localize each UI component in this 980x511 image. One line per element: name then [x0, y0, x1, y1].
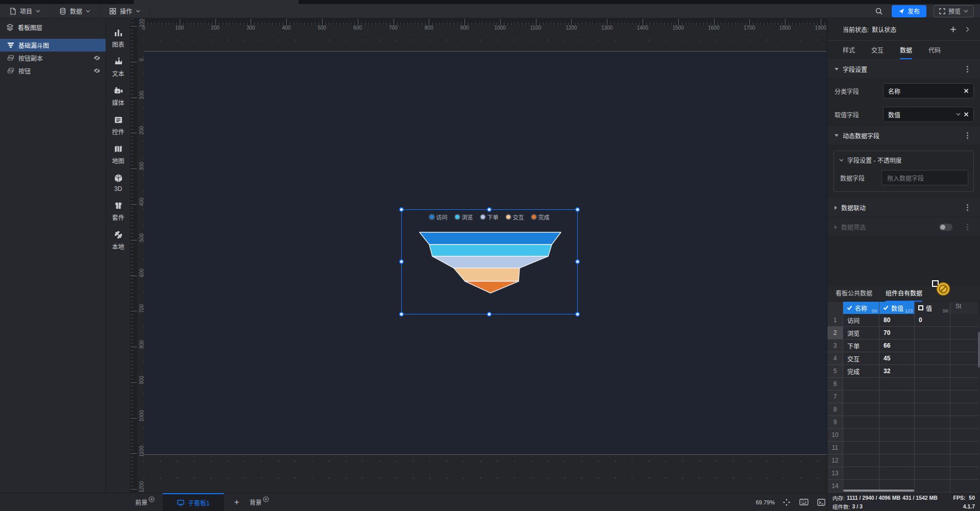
cell-name[interactable]: 完成: [843, 365, 879, 378]
cell-blank[interactable]: [950, 314, 978, 327]
section-data-filter[interactable]: 数据筛选: [827, 217, 980, 237]
fit-view-button[interactable]: [781, 497, 792, 508]
cell-name[interactable]: 下单: [843, 339, 879, 352]
table-row[interactable]: 10: [827, 429, 980, 442]
cell-value[interactable]: [879, 429, 915, 442]
tab-component-data[interactable]: 组件自有数据: [886, 288, 922, 302]
data-field-dropzone[interactable]: 拖入数据字段: [881, 170, 968, 185]
column-header-extra[interactable]: 值 Str: [915, 302, 950, 314]
add-circle-icon[interactable]: [149, 496, 155, 502]
tab-style[interactable]: 样式: [843, 41, 855, 59]
zoom-percent[interactable]: 69.79%: [756, 499, 775, 505]
table-row[interactable]: 7: [827, 391, 980, 403]
preview-button[interactable]: 预览: [934, 5, 974, 17]
cell-value[interactable]: 70: [879, 327, 915, 339]
value-field-input[interactable]: 数值: [883, 107, 974, 122]
tab-public-data[interactable]: 看板公共数据: [836, 288, 872, 302]
toolbox-item-charts[interactable]: 图表: [106, 23, 130, 53]
toolbox-item-local[interactable]: 本地: [106, 226, 130, 255]
toolbox-item-controls[interactable]: 控件: [106, 111, 130, 140]
cell-blank[interactable]: [950, 416, 978, 429]
category-field-input[interactable]: 名称: [883, 83, 974, 99]
cell-blank[interactable]: [950, 352, 978, 365]
tab-code[interactable]: 代码: [928, 41, 941, 59]
cell-value[interactable]: 66: [879, 339, 915, 352]
visibility-off-button[interactable]: [93, 55, 101, 61]
search-button[interactable]: [873, 6, 885, 17]
cell-value[interactable]: [879, 442, 915, 454]
publish-button[interactable]: 发布: [892, 5, 926, 17]
menu-project[interactable]: 项目: [0, 4, 50, 18]
expand-states-button[interactable]: [962, 24, 973, 35]
cell-blank[interactable]: [950, 403, 978, 416]
resize-handle-mid-right[interactable]: [575, 259, 580, 264]
table-row[interactable]: 4 交互 45: [827, 352, 980, 365]
data-filter-toggle[interactable]: [939, 224, 952, 231]
resize-handle-bottom-right[interactable]: [575, 312, 580, 317]
cell-extra[interactable]: [915, 403, 950, 416]
cell-extra[interactable]: [915, 429, 950, 442]
section-data-linkage[interactable]: 数据联动: [827, 198, 980, 217]
cell-name[interactable]: 交互: [843, 352, 879, 365]
table-row[interactable]: 2 浏览 70: [827, 327, 980, 339]
section-field-settings[interactable]: 字段设置: [827, 60, 980, 79]
cell-extra[interactable]: [915, 416, 950, 429]
cell-value[interactable]: [879, 391, 915, 403]
resize-handle-mid-left[interactable]: [399, 259, 404, 264]
table-vertical-scrollbar[interactable]: [978, 332, 980, 368]
table-horizontal-scrollbar[interactable]: [843, 490, 914, 492]
section-dynamic-fields[interactable]: 动态数据字段: [827, 126, 980, 145]
column-header-partial[interactable]: St: [950, 302, 978, 314]
checkbox-icon[interactable]: [918, 305, 923, 310]
cell-blank[interactable]: [950, 429, 978, 442]
visibility-off-button[interactable]: [93, 68, 101, 74]
console-button[interactable]: [816, 497, 827, 508]
toolbox-item-media[interactable]: 媒体: [106, 82, 130, 111]
table-row[interactable]: 5 完成 32: [827, 365, 980, 378]
cell-extra[interactable]: [915, 378, 950, 391]
toolbox-item-kit[interactable]: 套件: [106, 197, 130, 226]
cell-value[interactable]: [879, 403, 915, 416]
toolbox-item-map[interactable]: 地图: [106, 140, 130, 169]
cell-extra[interactable]: [915, 327, 950, 339]
cell-extra[interactable]: [915, 442, 950, 454]
cell-name[interactable]: [843, 429, 879, 442]
cell-extra[interactable]: [915, 454, 950, 467]
tab-interaction[interactable]: 交互: [871, 41, 884, 59]
table-row[interactable]: 13: [827, 467, 980, 480]
table-row[interactable]: 8: [827, 403, 980, 416]
cell-blank[interactable]: [950, 339, 978, 352]
column-header-value[interactable]: 数值 123: [879, 302, 915, 314]
add-circle-icon[interactable]: [263, 496, 269, 502]
layer-item-funnel[interactable]: 基础漏斗图: [0, 39, 106, 52]
cell-blank[interactable]: [950, 442, 978, 454]
cell-blank[interactable]: [950, 365, 978, 378]
toolbox-item-text[interactable]: 文本: [106, 53, 130, 82]
cell-extra[interactable]: [915, 339, 950, 352]
add-state-button[interactable]: [947, 24, 959, 35]
cell-extra[interactable]: 0: [915, 314, 950, 327]
resize-handle-bottom-left[interactable]: [399, 312, 404, 317]
cell-extra[interactable]: [915, 480, 950, 493]
cell-name[interactable]: [843, 378, 879, 391]
cell-value[interactable]: 45: [879, 352, 915, 365]
toolbox-item-3d[interactable]: 3D: [106, 169, 130, 197]
section-menu-button[interactable]: [962, 222, 973, 233]
cell-blank[interactable]: [950, 467, 978, 480]
add-subboard-button[interactable]: +: [228, 493, 246, 511]
background-button[interactable]: 背景: [246, 493, 273, 511]
cell-name[interactable]: [843, 467, 879, 480]
section-menu-button[interactable]: [962, 64, 973, 75]
cell-blank[interactable]: [950, 391, 978, 403]
cell-value[interactable]: [879, 378, 915, 391]
cell-name[interactable]: 浏览: [843, 327, 879, 339]
shortcut-keys-button[interactable]: [798, 497, 810, 508]
design-canvas[interactable]: 0100200300400500600700800900100011001200…: [131, 18, 827, 493]
cell-name[interactable]: [843, 442, 879, 454]
cell-name[interactable]: [843, 391, 879, 403]
cell-value[interactable]: [879, 416, 915, 429]
cell-value[interactable]: 80: [879, 314, 915, 327]
table-row[interactable]: 1 访问 80 0: [827, 314, 980, 327]
cell-blank[interactable]: [950, 378, 978, 391]
cell-value[interactable]: [879, 467, 915, 480]
